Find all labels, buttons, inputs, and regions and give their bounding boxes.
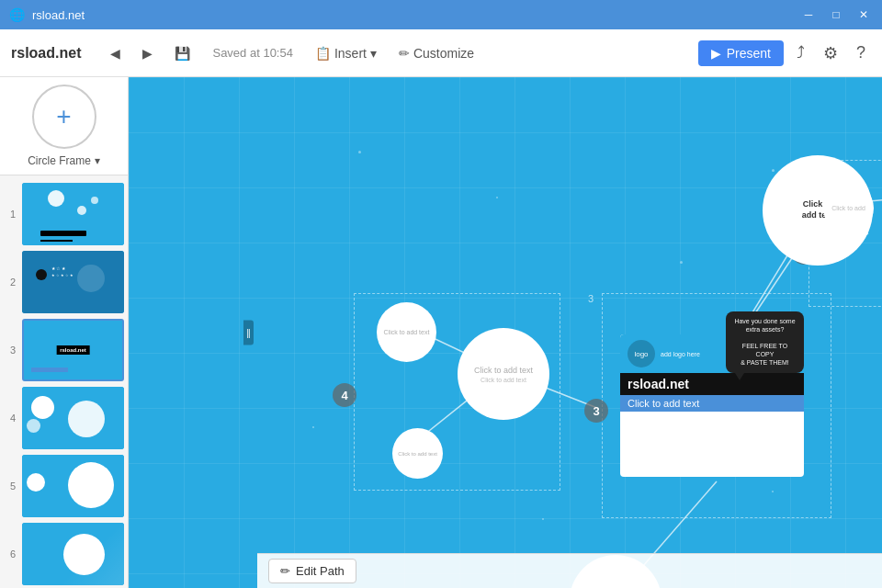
save-status: Saved at 10:54 xyxy=(212,46,292,60)
maximize-button[interactable]: □ xyxy=(827,6,845,24)
node-inner-small[interactable]: Click to add xyxy=(823,183,874,233)
frame-label-text: Circle Frame xyxy=(28,154,91,167)
edit-path-label: Edit Path xyxy=(296,564,345,578)
present-label: Present xyxy=(727,46,771,61)
list-item[interactable]: 5 xyxy=(4,453,124,519)
titlebar-title: rsload.net xyxy=(32,8,85,22)
main-content: + Circle Frame ▾ 1 xyxy=(0,77,882,588)
list-item[interactable]: 3 rsload.net xyxy=(4,317,124,383)
edit-path-button[interactable]: ✏ Edit Path xyxy=(268,559,356,583)
frame-selector: + Circle Frame ▾ xyxy=(0,77,128,175)
collapse-panel-button[interactable]: ‖ xyxy=(243,321,254,345)
app-icon: 🌐 xyxy=(9,7,25,22)
slide-list: 1 2 ★ ☆ ★ xyxy=(0,175,128,588)
forward-icon: ▶ xyxy=(142,46,153,61)
insert-icon: 📋 xyxy=(315,46,331,61)
star-dot xyxy=(680,261,683,264)
slide-thumbnail[interactable] xyxy=(22,455,124,517)
save-icon: 💾 xyxy=(175,46,190,61)
slide-thumbnail[interactable]: ★ ☆ ★ ★ ☆ ★ ☆ ★ xyxy=(22,251,124,313)
customize-button[interactable]: ✏ Customize xyxy=(391,42,481,64)
click-text: Click to add text xyxy=(398,451,437,457)
slide-number: 1 xyxy=(4,181,22,247)
star-dot xyxy=(772,169,775,172)
close-button[interactable]: ✕ xyxy=(854,6,873,24)
slide-number: 2 xyxy=(4,249,22,315)
settings-button[interactable]: ⚙ xyxy=(818,40,843,67)
node-center[interactable]: Click to add text Click to add text xyxy=(458,328,549,420)
slide-thumbnail[interactable] xyxy=(22,387,124,449)
list-item[interactable]: 6 xyxy=(4,521,124,587)
list-item[interactable]: 2 ★ ☆ ★ ★ ☆ ★ ☆ ★ xyxy=(4,249,124,315)
titlebar-left: 🌐 rsload.net xyxy=(9,7,85,22)
inner-text: Click to add xyxy=(831,205,865,211)
title-bar: 🌐 rsload.net ─ □ ✕ xyxy=(0,0,882,29)
click-text: Click to add text xyxy=(384,329,430,335)
frame-label[interactable]: Circle Frame ▾ xyxy=(28,154,100,167)
star-dot xyxy=(496,197,498,198)
slide-number: 5 xyxy=(4,453,22,519)
logo-label: add logo here xyxy=(661,351,700,357)
minimize-button[interactable]: ─ xyxy=(799,6,818,24)
star-dot xyxy=(312,426,314,428)
list-item[interactable]: 1 xyxy=(4,181,124,247)
help-button[interactable]: ? xyxy=(851,40,871,66)
save-button[interactable]: 💾 xyxy=(167,42,198,64)
present-button[interactable]: ▶ Present xyxy=(698,40,784,66)
frame-dropdown-icon: ▾ xyxy=(95,154,100,167)
slide-number: 6 xyxy=(4,521,22,587)
left-panel: + Circle Frame ▾ 1 xyxy=(0,77,129,588)
forward-button[interactable]: ▶ xyxy=(135,42,160,64)
frame-label-3: 3 xyxy=(588,293,594,304)
collapse-icon: ‖ xyxy=(246,328,251,338)
customize-label: Customize xyxy=(413,46,474,61)
node-small-bottom-left[interactable]: Click to add text xyxy=(392,428,443,479)
app-title: rsload.net xyxy=(11,45,81,62)
logo-placeholder: logo xyxy=(628,340,655,368)
star-dot xyxy=(358,151,361,153)
add-frame-button[interactable]: + xyxy=(32,85,96,149)
bottom-bar: ✏ Edit Path xyxy=(257,553,882,588)
plus-icon: + xyxy=(56,102,71,131)
gear-icon: ⚙ xyxy=(823,44,838,62)
pencil-icon: ✏ xyxy=(280,564,290,578)
badge-3: 3 xyxy=(584,399,608,423)
click-add-text: Click to add text xyxy=(474,366,533,375)
insert-button[interactable]: 📋 Insert ▾ xyxy=(308,42,384,64)
list-item[interactable]: 4 xyxy=(4,385,124,451)
slide-number: 4 xyxy=(4,385,22,451)
canvas-area[interactable]: 4 3 8 Click to add text Click to add tex… xyxy=(129,77,882,588)
insert-chevron: ▾ xyxy=(370,46,377,61)
toolbar: rsload.net ◀ ▶ 💾 Saved at 10:54 📋 Insert… xyxy=(0,29,882,77)
slide-number: 3 xyxy=(4,317,22,383)
node-small-top-left[interactable]: Click to add text xyxy=(377,302,436,362)
slide-thumbnail[interactable]: rsload.net xyxy=(22,319,124,381)
share-icon: ⤴ xyxy=(797,43,805,62)
brand-title: rsload.net xyxy=(620,373,804,395)
share-button[interactable]: ⤴ xyxy=(791,40,810,66)
back-button[interactable]: ◀ xyxy=(103,42,128,64)
customize-icon: ✏ xyxy=(399,46,410,61)
speech-bubble: Have you done some extra assets?FEEL FRE… xyxy=(726,311,804,373)
help-icon: ? xyxy=(856,43,865,62)
slide-thumbnail[interactable] xyxy=(22,183,124,245)
slide-thumbnail[interactable] xyxy=(22,523,124,585)
titlebar-right: ─ □ ✕ xyxy=(799,6,873,24)
back-icon: ◀ xyxy=(110,46,120,61)
insert-label: Insert xyxy=(334,46,367,61)
subtitle-text: Click to add text xyxy=(481,377,526,383)
badge-4: 4 xyxy=(333,383,356,407)
bubble-tail xyxy=(735,373,744,380)
click-subtitle[interactable]: Click to add text xyxy=(620,395,804,412)
play-icon: ▶ xyxy=(711,46,721,61)
bubble-text: Have you done some extra assets?FEEL FRE… xyxy=(734,318,795,366)
star-dot xyxy=(542,518,544,520)
